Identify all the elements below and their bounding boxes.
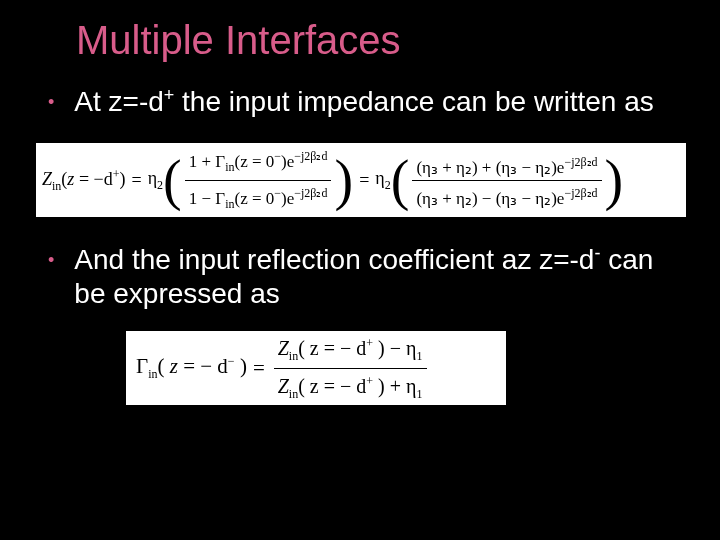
equals-sign: = bbox=[131, 170, 141, 191]
fraction-gamma: 1 + Γin(z = 0−)e−j2β₂d 1 − Γin(z = 0−)e−… bbox=[185, 144, 332, 215]
slide-container: Multiple Interfaces • At z=-d+ the input… bbox=[0, 0, 720, 540]
bullet-marker: • bbox=[48, 243, 54, 277]
bullet-text: And the input reflection coefficient az … bbox=[74, 243, 684, 311]
lhs: Γin( z = − d− ) bbox=[136, 354, 247, 382]
rparen-big: ) bbox=[334, 152, 353, 208]
equation-zin-row: Zin(z = −d+) = η2 ( 1 + Γin(z = 0−)e−j2β… bbox=[36, 143, 686, 217]
bullet-item: • At z=-d+ the input impedance can be wr… bbox=[36, 85, 684, 119]
slide-title: Multiple Interfaces bbox=[76, 18, 684, 63]
bullet-text: At z=-d+ the input impedance can be writ… bbox=[74, 85, 684, 119]
bullet-item: • And the input reflection coefficient a… bbox=[36, 243, 684, 311]
lparen-big: ( bbox=[163, 152, 182, 208]
bullet-lead: At z=-d bbox=[74, 86, 163, 117]
rparen-big: ) bbox=[605, 152, 624, 208]
equals-sign: = bbox=[359, 170, 369, 191]
equals-sign: = bbox=[253, 356, 265, 381]
equation-gamma-row: Γin( z = − d− ) = Zin( z = − d+ ) − η1 Z… bbox=[126, 331, 506, 405]
equation-zin: Zin(z = −d+) = η2 ( 1 + Γin(z = 0−)e−j2β… bbox=[36, 143, 686, 217]
bullet-lead: And the input reflection coefficient az … bbox=[74, 244, 594, 275]
equation-gamma-in: Γin( z = − d− ) = Zin( z = − d+ ) − η1 Z… bbox=[126, 331, 506, 405]
bullet-tail: the input impedance can be written as bbox=[174, 86, 653, 117]
lhs: Zin(z = −d+) bbox=[42, 167, 125, 194]
eta2-b: η2 bbox=[375, 168, 390, 193]
lparen-big: ( bbox=[391, 152, 410, 208]
bullet-sup: + bbox=[164, 85, 175, 105]
bullet-marker: • bbox=[48, 85, 54, 119]
fraction-gamma-in: Zin( z = − d+ ) − η1 Zin( z = − d+ ) + η… bbox=[274, 331, 427, 405]
eta2: η2 bbox=[148, 168, 163, 193]
fraction-eta: (η₃ + η₂) + (η₃ − η₂)e−j2β₂d (η₃ + η₂) −… bbox=[412, 150, 601, 210]
